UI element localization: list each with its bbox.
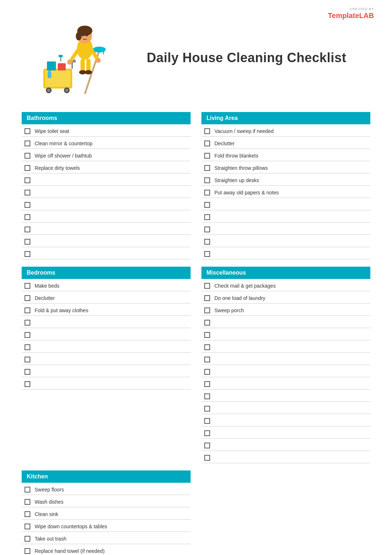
list-item xyxy=(201,316,370,328)
list-item: Make beds xyxy=(22,279,191,291)
svg-point-3 xyxy=(47,89,50,92)
list-item xyxy=(201,198,370,210)
list-item xyxy=(22,198,191,210)
checkbox[interactable] xyxy=(25,320,30,326)
checkbox[interactable] xyxy=(204,443,210,448)
list-item xyxy=(201,402,370,414)
checkbox[interactable] xyxy=(204,202,210,208)
checkbox[interactable] xyxy=(25,511,30,517)
list-item: Fold & put away clothes xyxy=(22,304,191,316)
svg-rect-34 xyxy=(58,55,63,57)
svg-rect-27 xyxy=(80,59,85,72)
checkbox[interactable] xyxy=(204,239,210,245)
checkbox[interactable] xyxy=(25,499,30,505)
checkbox[interactable] xyxy=(25,283,30,289)
checkbox[interactable] xyxy=(204,369,210,375)
checkbox[interactable] xyxy=(204,418,210,424)
item-text: Sweep floors xyxy=(35,487,64,492)
checkbox[interactable] xyxy=(25,202,30,208)
list-item: Do one load of laundry xyxy=(201,291,370,304)
list-item xyxy=(201,365,370,377)
checkbox[interactable] xyxy=(204,295,210,301)
checkbox[interactable] xyxy=(25,344,30,350)
list-item: Wipe toilet seat xyxy=(22,124,191,137)
logo-lab: LAB xyxy=(359,12,374,20)
checkbox[interactable] xyxy=(204,227,210,232)
list-item xyxy=(201,353,370,365)
checkbox[interactable] xyxy=(25,251,30,257)
list-item xyxy=(201,439,370,451)
checkbox[interactable] xyxy=(204,153,210,159)
list-item: Clean mirror & countertop xyxy=(22,137,191,149)
checkbox[interactable] xyxy=(204,128,210,134)
checkbox[interactable] xyxy=(204,406,210,412)
svg-point-21 xyxy=(82,35,84,36)
item-text: Fold & put away clothes xyxy=(35,307,88,313)
item-text: Straighten up desks xyxy=(214,177,259,183)
checkbox[interactable] xyxy=(25,153,30,159)
section-kitchen: Kitchen Sweep floorsWash dishesClean sin… xyxy=(22,470,191,555)
checkbox[interactable] xyxy=(25,536,30,542)
list-item: Replace dirty towels xyxy=(22,161,191,173)
checkbox[interactable] xyxy=(204,357,210,362)
logo-text: TemplateLAB xyxy=(328,12,374,20)
item-text: Wash dishes xyxy=(35,499,64,505)
checkbox[interactable] xyxy=(25,190,30,195)
svg-rect-32 xyxy=(48,70,51,72)
checkbox[interactable] xyxy=(25,332,30,338)
checkbox[interactable] xyxy=(25,227,30,232)
checkbox[interactable] xyxy=(25,214,30,220)
checkbox[interactable] xyxy=(204,214,210,220)
checkbox[interactable] xyxy=(204,165,210,171)
logo-area: CREATED BY TemplateLAB xyxy=(328,7,374,20)
checkbox[interactable] xyxy=(25,357,30,362)
list-item: Declutter xyxy=(22,291,191,304)
section-miscellaneous: Miscellaneous Check mail & get packagesD… xyxy=(201,267,370,463)
list-item xyxy=(201,247,370,259)
section-bedrooms-header: Bedrooms xyxy=(22,267,191,279)
list-item: Replace hand towel (if needed) xyxy=(22,544,191,555)
checkbox[interactable] xyxy=(204,344,210,350)
checkbox[interactable] xyxy=(25,128,30,134)
checkbox[interactable] xyxy=(204,141,210,146)
checkbox[interactable] xyxy=(204,332,210,338)
list-item: Put away old papers & notes xyxy=(201,186,370,198)
svg-point-5 xyxy=(65,89,68,92)
checkbox[interactable] xyxy=(25,524,30,529)
checkbox[interactable] xyxy=(204,430,210,436)
item-text: Straighten throw pillows xyxy=(214,165,268,171)
page-title: Daily House Cleaning Checklist xyxy=(123,50,370,65)
checkbox[interactable] xyxy=(25,165,30,171)
checkbox[interactable] xyxy=(25,239,30,245)
checkbox[interactable] xyxy=(25,548,30,554)
item-text: Put away old papers & notes xyxy=(214,190,279,195)
section-miscellaneous-header: Miscellaneous xyxy=(201,267,370,279)
item-text: Replace dirty towels xyxy=(35,165,80,171)
checkbox[interactable] xyxy=(204,381,210,387)
checkbox[interactable] xyxy=(204,251,210,257)
living-area-list: Vacuum / sweep if neededDeclutterFold th… xyxy=(201,124,370,259)
checkbox[interactable] xyxy=(204,177,210,183)
checkbox[interactable] xyxy=(25,295,30,301)
section-living-area: Living Area Vacuum / sweep if neededDecl… xyxy=(201,112,370,259)
checkbox[interactable] xyxy=(204,283,210,289)
checkbox[interactable] xyxy=(25,141,30,146)
list-item xyxy=(22,365,191,377)
checkbox[interactable] xyxy=(25,381,30,387)
checkbox[interactable] xyxy=(25,487,30,492)
checkbox[interactable] xyxy=(25,177,30,183)
list-item xyxy=(201,235,370,247)
checkbox[interactable] xyxy=(25,369,30,375)
checkbox[interactable] xyxy=(204,307,210,313)
svg-rect-31 xyxy=(48,72,51,78)
checkbox[interactable] xyxy=(204,455,210,461)
list-item: Declutter xyxy=(201,137,370,149)
list-item xyxy=(22,328,191,340)
svg-point-22 xyxy=(86,35,88,36)
checkbox[interactable] xyxy=(204,320,210,326)
checkbox[interactable] xyxy=(25,307,30,313)
checkbox[interactable] xyxy=(204,190,210,195)
list-item: Take out trash xyxy=(22,532,191,544)
section-bathrooms: Bathrooms Wipe toilet seatClean mirror &… xyxy=(22,112,191,259)
checkbox[interactable] xyxy=(204,393,210,399)
